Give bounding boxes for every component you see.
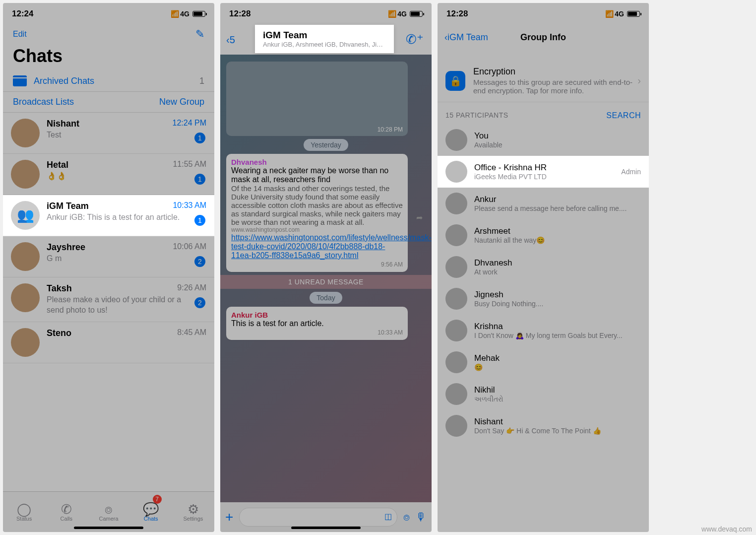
chat-preview: 👌👌	[47, 171, 206, 182]
sticker-icon[interactable]: ◫	[384, 512, 392, 521]
participant-row[interactable]: Nikhil અળવીતરો	[438, 378, 649, 410]
chat-name: iGM Team	[47, 201, 89, 211]
message-time: 10:33 AM	[231, 329, 403, 336]
group-title[interactable]: iGM Team Ankur iGB, Arshmeet iGB, Dhvane…	[255, 25, 394, 53]
encryption-cell[interactable]: 🔒 Encryption Messages to this group are …	[438, 60, 649, 102]
lock-icon: 🔒	[445, 71, 465, 91]
camera-icon[interactable]: ⌾	[403, 511, 410, 524]
chat-time: 8:45 AM	[177, 328, 206, 338]
clock: 12:24	[12, 9, 33, 19]
new-group-link[interactable]: New Group	[159, 97, 204, 107]
participant-row[interactable]: Office - Krishna HR iGeeks Media PVT LTD…	[438, 156, 649, 188]
forward-icon[interactable]: ➦	[416, 213, 423, 222]
participant-row[interactable]: Ankur Please send a message here before …	[438, 188, 649, 219]
search-link[interactable]: SEARCH	[606, 111, 641, 120]
camera-icon: ⌾	[105, 503, 113, 516]
tab-calls[interactable]: ✆Calls	[45, 492, 87, 532]
call-icon[interactable]: ✆⁺	[406, 32, 424, 47]
chat-preview: Ankur iGB: This is a test for an article…	[47, 212, 206, 223]
participant-row[interactable]: Dhvanesh At work	[438, 251, 649, 283]
header: ‹ iGM Team Group Info	[438, 25, 649, 50]
back-button[interactable]: ‹ iGM Team	[444, 32, 488, 43]
message-bubble[interactable]: Ankur iGB This is a test for an article.…	[226, 307, 408, 340]
participant-name: Nikhil	[474, 385, 504, 395]
mic-icon[interactable]: 🎙	[416, 511, 427, 524]
compose-icon[interactable]: ✎	[195, 28, 204, 41]
unread-badge: 2	[194, 297, 205, 308]
avatar	[11, 160, 40, 189]
message-input[interactable]: ◫	[239, 508, 397, 527]
sender-name: Ankur iGB	[231, 311, 403, 319]
archived-count: 1	[199, 76, 204, 86]
page-title: Chats	[3, 44, 214, 70]
message-bubble[interactable]: Dhvanesh Wearing a neck gaiter may be wo…	[226, 154, 408, 272]
archived-label: Archived Chats	[34, 76, 94, 86]
chats-screen: 12:24 📶 4G Edit ✎ Chats Archived Chats 1…	[3, 3, 214, 532]
chat-row[interactable]: Steno8:45 AM	[3, 322, 214, 363]
chat-row[interactable]: Taksh9:26 AM Please make a video of your…	[3, 277, 214, 322]
link-source: www.washingtonpost.com	[231, 226, 403, 233]
participant-name: Office - Krishna HR	[474, 163, 547, 173]
avatar	[445, 129, 467, 151]
home-indicator	[291, 527, 361, 529]
message-link[interactable]: https://www.washingtonpost.com/lifestyle…	[231, 233, 403, 260]
chat-time: 9:26 AM	[177, 283, 206, 294]
chat-name: Nishant	[47, 119, 79, 129]
participant-status: Don't Say 👉 Hi & Come To The Point 👍	[474, 427, 601, 435]
participant-row[interactable]: Arshmeet Nautanki all the way😊	[438, 219, 649, 251]
tab-chats[interactable]: 💬7Chats	[130, 492, 172, 532]
status-icons: 📶 4G	[605, 10, 640, 18]
messages-area[interactable]: 10:28 PM Yesterday Dhvanesh Wearing a ne…	[220, 55, 432, 502]
chat-name: Taksh	[47, 283, 72, 294]
chat-row[interactable]: 👥 iGM Team10:33 AM Ankur iGB: This is a …	[3, 195, 214, 236]
archived-chats-row[interactable]: Archived Chats 1	[3, 70, 214, 92]
phone-icon: ✆	[61, 503, 72, 516]
participant-row[interactable]: You Available	[438, 124, 649, 156]
participant-row[interactable]: Mehak 😊	[438, 346, 649, 378]
status-icon: ◯	[17, 503, 31, 516]
tab-status[interactable]: ◯Status	[3, 492, 45, 532]
back-button[interactable]: ‹ 5	[226, 34, 235, 46]
avatar	[445, 320, 467, 341]
avatar	[11, 328, 40, 357]
chat-row[interactable]: Nishant12:24 PM Test 1	[3, 113, 214, 154]
participant-row[interactable]: Jignesh Busy Doing Nothing....	[438, 283, 649, 315]
tab-camera[interactable]: ⌾Camera	[87, 492, 129, 532]
chat-preview: G m	[47, 254, 206, 264]
chat-row[interactable]: Jayshree10:06 AM G m 2	[3, 236, 214, 277]
link-body: Of the 14 masks and other coverings test…	[231, 184, 403, 226]
chat-row[interactable]: Hetal11:55 AM 👌👌 1	[3, 154, 214, 195]
chat-list: Nishant12:24 PM Test 1 Hetal11:55 AM 👌👌 …	[3, 113, 214, 363]
chats-icon: 💬	[143, 503, 159, 516]
tab-settings[interactable]: ⚙Settings	[172, 492, 214, 532]
page-title: Group Info	[520, 32, 566, 43]
group-info-screen: 12:28 📶 4G ‹ iGM Team Group Info 🔒 Encry…	[438, 3, 649, 532]
participant-row[interactable]: Krishna I Don't Know 🙇‍♀️ My long term G…	[438, 315, 649, 346]
participants-list: You Available Office - Krishna HR iGeeks…	[438, 124, 649, 442]
plus-icon[interactable]: +	[225, 509, 233, 525]
unread-divider: 1 UNREAD MESSAGE	[220, 275, 432, 289]
header: Edit ✎	[3, 25, 214, 44]
chat-time: 10:06 AM	[173, 242, 206, 253]
participant-status: Available	[474, 141, 503, 149]
unread-badge: 1	[194, 174, 205, 185]
image-message[interactable]: 10:28 PM	[226, 62, 408, 136]
broadcast-lists-link[interactable]: Broadcast Lists	[13, 97, 74, 107]
participant-name: Arshmeet	[474, 226, 545, 236]
participant-name: Mehak	[474, 353, 500, 363]
participant-status: Busy Doing Nothing....	[474, 300, 543, 308]
unread-badge: 1	[194, 133, 205, 143]
chat-time: 12:24 PM	[173, 119, 206, 129]
participant-name: Jignesh	[474, 290, 543, 300]
edit-button[interactable]: Edit	[13, 30, 27, 39]
avatar	[445, 383, 467, 405]
unread-badge: 2	[194, 256, 205, 267]
home-indicator	[74, 527, 143, 529]
clock: 12:28	[446, 9, 468, 19]
chat-preview: Please make a video of your child or a s…	[47, 295, 206, 316]
avatar	[445, 256, 467, 278]
avatar	[445, 161, 467, 183]
participant-row[interactable]: Nishant Don't Say 👉 Hi & Come To The Poi…	[438, 410, 649, 442]
chat-time: 10:33 AM	[173, 201, 206, 211]
link-title: Wearing a neck gaiter may be worse than …	[231, 166, 403, 184]
